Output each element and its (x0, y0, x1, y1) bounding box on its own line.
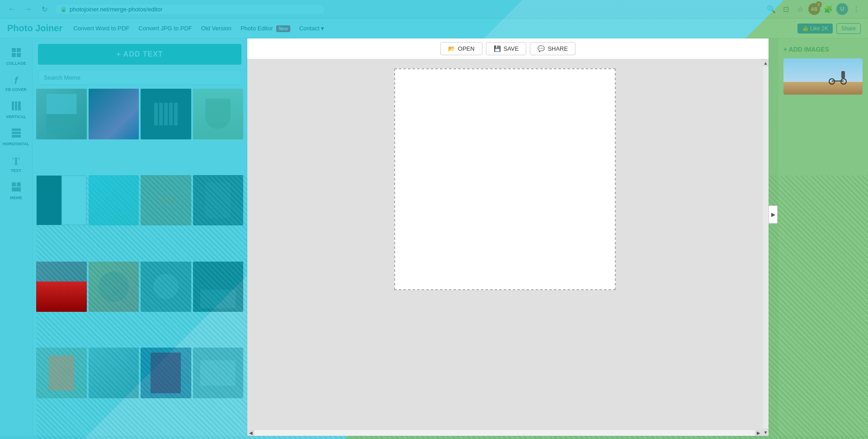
open-icon: 📂 (448, 45, 455, 52)
left-panel: + ADD TEXT (33, 38, 247, 436)
share-button[interactable]: 💬 SHARE (530, 42, 576, 55)
scroll-up-button[interactable]: ▲ (763, 59, 769, 67)
save-button[interactable]: 💾 SAVE (486, 42, 527, 55)
meme-thumb-9[interactable] (36, 262, 87, 312)
canvas-area: 📂 OPEN 💾 SAVE 💬 SHARE ▲ ▼ ◀ (247, 38, 769, 436)
canvas-toolbar: 📂 OPEN 💾 SAVE 💬 SHARE (247, 38, 769, 59)
right-expand-arrow[interactable]: ▶ (769, 205, 778, 224)
share-icon: 💬 (538, 45, 545, 52)
save-icon: 💾 (494, 45, 501, 52)
canvas-board[interactable] (394, 68, 616, 290)
canvas-horizontal-scrollbar[interactable]: ◀ ▶ (247, 429, 762, 436)
scroll-right-button[interactable]: ▶ (755, 429, 762, 436)
scroll-track-v (763, 67, 769, 429)
uploaded-image-thumb[interactable] (783, 58, 863, 95)
scroll-left-button[interactable]: ◀ (247, 429, 255, 436)
canvas-viewport (247, 59, 762, 429)
meme-thumb-6[interactable] (89, 175, 139, 226)
canvas-vertical-scrollbar[interactable]: ▲ ▼ (762, 59, 769, 436)
meme-grid: 153 (33, 89, 247, 436)
bike-image (783, 58, 863, 95)
scroll-down-button[interactable]: ▼ (763, 429, 769, 436)
open-button[interactable]: 📂 OPEN (440, 42, 482, 55)
main-layout: COLLAGE f FB COVER VERTICAL HORIZONTAL T… (0, 38, 868, 436)
canvas-scroll-container: ▲ ▼ ◀ ▶ (247, 59, 769, 436)
